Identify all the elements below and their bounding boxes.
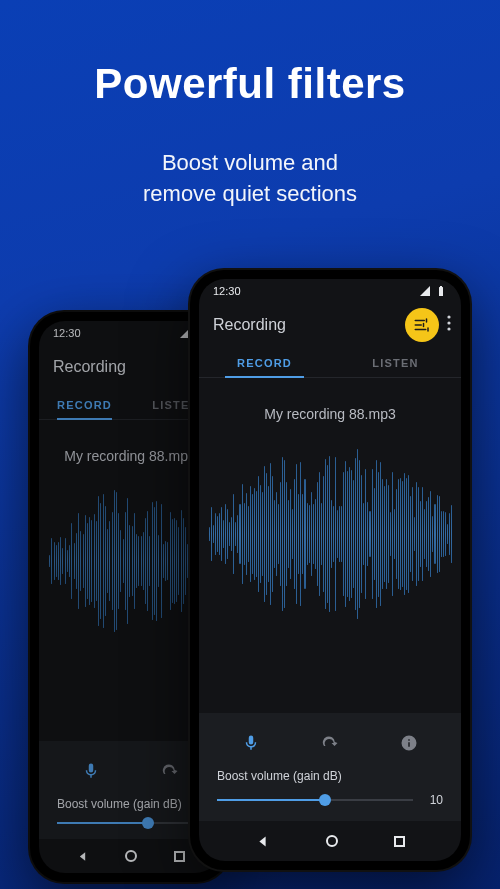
status-bar: 12:30 <box>199 279 461 303</box>
screen-front: 12:30 Recording RECORD LISTEN <box>199 279 461 861</box>
tab-record[interactable]: RECORD <box>199 347 330 377</box>
android-nav <box>199 821 461 861</box>
sliders-icon <box>413 316 431 334</box>
nav-recent-icon[interactable] <box>394 836 405 847</box>
hero-subtitle: Boost volume and remove quiet sections <box>0 148 500 210</box>
app-title: Recording <box>53 358 126 376</box>
info-icon[interactable] <box>397 731 421 755</box>
more-vert-icon <box>447 315 451 331</box>
redo-icon[interactable] <box>158 759 182 783</box>
app-title: Recording <box>213 316 286 334</box>
control-icons <box>51 751 209 797</box>
hero-title: Powerful filters <box>0 60 500 108</box>
app-bar: Recording <box>199 303 461 347</box>
battery-icon <box>435 285 447 297</box>
mic-icon[interactable] <box>79 759 103 783</box>
controls-panel: Boost volume (gain dB) 10 <box>199 713 461 821</box>
tabs: RECORD LISTEN <box>199 347 461 378</box>
svg-point-0 <box>447 315 450 318</box>
nav-home-icon[interactable] <box>326 835 338 847</box>
boost-label: Boost volume (gain dB) <box>217 769 443 783</box>
svg-point-2 <box>447 327 450 330</box>
more-button[interactable] <box>447 315 451 335</box>
nav-recent-icon[interactable] <box>174 851 185 862</box>
boost-label: Boost volume (gain dB) <box>57 797 203 811</box>
slider-wrap: 10 <box>217 793 443 807</box>
boost-value: 10 <box>425 793 443 807</box>
phone-mockups: 12:30 Recording RECORD LISTEN My recordi… <box>0 270 500 889</box>
tab-listen[interactable]: LISTEN <box>330 347 461 377</box>
boost-slider[interactable] <box>57 821 203 825</box>
phone-front: 12:30 Recording RECORD LISTEN <box>190 270 470 870</box>
control-icons <box>211 723 449 769</box>
mic-icon[interactable] <box>239 731 263 755</box>
boost-slider[interactable] <box>217 798 413 802</box>
status-time: 12:30 <box>213 285 241 297</box>
status-icons <box>419 285 447 297</box>
nav-back-icon[interactable] <box>255 834 270 849</box>
promo-hero: Powerful filters Boost volume and remove… <box>0 0 500 210</box>
boost-volume-row: Boost volume (gain dB) <box>51 797 209 825</box>
file-name: My recording 88.mp3 <box>199 406 461 422</box>
nav-back-icon[interactable] <box>76 850 89 863</box>
filters-button[interactable] <box>405 308 439 342</box>
slider-wrap <box>57 821 203 825</box>
signal-icon <box>419 285 431 297</box>
waveform <box>199 444 461 624</box>
boost-volume-row: Boost volume (gain dB) 10 <box>211 769 449 807</box>
svg-point-1 <box>447 321 450 324</box>
nav-home-icon[interactable] <box>125 850 137 862</box>
status-time: 12:30 <box>53 327 81 339</box>
tab-record[interactable]: RECORD <box>39 389 130 419</box>
redo-icon[interactable] <box>318 731 342 755</box>
